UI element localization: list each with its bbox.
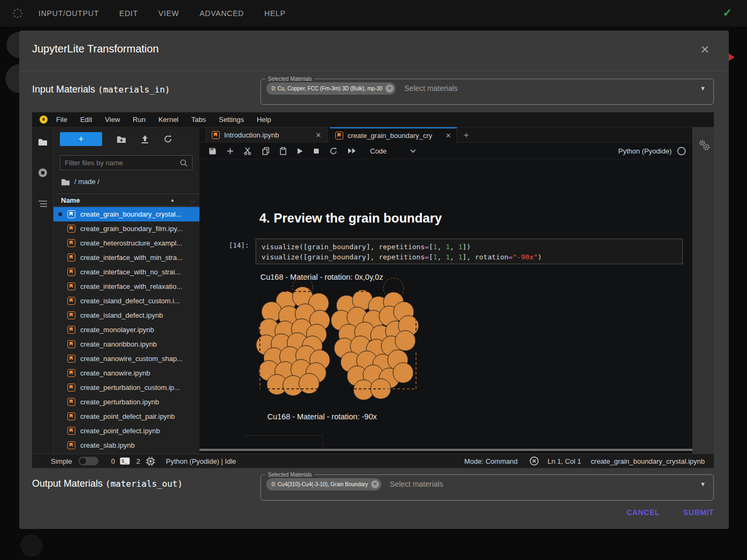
chevron-down-icon[interactable] (410, 149, 416, 153)
jp-menu-run[interactable]: Run (133, 116, 145, 124)
material-3d-viewer[interactable] (256, 289, 420, 402)
background-circle (20, 534, 43, 557)
file-row[interactable]: create_nanowire_custom_shap... (53, 351, 199, 366)
cancel-button[interactable]: CANCEL (627, 508, 660, 517)
tab-label: Introduction.ipynb (224, 131, 311, 139)
more-columns-icon[interactable]: … (190, 196, 196, 204)
property-inspector-gears-icon[interactable] (698, 139, 710, 151)
new-folder-icon[interactable] (117, 135, 126, 143)
check-icon[interactable]: ✓ (722, 6, 732, 19)
save-icon[interactable] (209, 147, 217, 155)
tab-close-icon[interactable]: ✕ (445, 132, 451, 140)
input-material-chip[interactable]: 0: Cu, Copper, FCC (Fm-3m) 3D (Bulk), mp… (266, 82, 396, 95)
add-cell-icon[interactable] (227, 148, 234, 155)
dialog-title: JupyterLite Transformation (32, 43, 159, 55)
input-select-placeholder[interactable]: Select materials (404, 84, 700, 93)
notebook-icon (67, 254, 75, 262)
file-row[interactable]: create_point_defect.ipynb (53, 424, 199, 438)
tab-introduction[interactable]: Introduction.ipynb ✕ (206, 127, 327, 143)
restart-kernel-icon[interactable] (329, 147, 337, 155)
restart-and-run-all-icon[interactable] (348, 148, 356, 154)
file-row[interactable]: create_grain_boundary_film.ipy... (53, 221, 199, 236)
file-row[interactable]: create_interface_with_no_strai... (53, 265, 199, 279)
stop-kernel-icon[interactable] (313, 148, 319, 154)
chevron-down-icon[interactable]: ▼ (700, 481, 706, 487)
jp-menu-settings[interactable]: Settings (219, 116, 244, 124)
new-launcher-button[interactable]: + (60, 132, 102, 146)
refresh-icon[interactable] (164, 135, 172, 143)
submit-button[interactable]: SUBMIT (683, 508, 714, 517)
terminals-count[interactable]: 0 (111, 457, 115, 465)
menu-help[interactable]: HELP (264, 9, 286, 18)
file-row[interactable]: create_interface_with_relaxatio... (53, 279, 199, 294)
table-of-contents-icon[interactable] (38, 200, 48, 208)
kernel-status-text[interactable]: Python (Pyodide) | Idle (166, 457, 236, 465)
jp-menu-view[interactable]: View (105, 116, 120, 124)
file-row[interactable]: create_monolayer.ipynb (53, 323, 199, 337)
home-folder-icon[interactable] (61, 178, 70, 186)
horizontal-scrollbar[interactable] (199, 449, 692, 451)
file-name: create_nanoribbon.ipynb (80, 340, 157, 348)
jp-menu-file[interactable]: File (56, 116, 67, 124)
file-row[interactable]: create_perturbation_custom.ip... (53, 380, 199, 395)
upload-icon[interactable] (141, 135, 149, 143)
kernels-count[interactable]: 2 (136, 457, 140, 465)
cut-cell-icon[interactable] (244, 147, 252, 155)
input-materials-code: (materials_in) (98, 85, 170, 95)
file-browser-icon[interactable] (38, 138, 48, 146)
file-row[interactable]: create_nanoribbon.ipynb (53, 337, 199, 351)
app-logo-dots-icon[interactable] (12, 7, 24, 19)
output-select-legend: Selected Materials (265, 472, 314, 478)
file-row[interactable]: create_island_defect.ipynb (53, 308, 199, 323)
chip-close-icon[interactable]: ✕ (371, 480, 379, 488)
close-icon[interactable]: ✕ (700, 44, 710, 55)
code-cell-editor[interactable]: visualize([grain_boundary], repetitions=… (256, 239, 683, 264)
running-kernels-icon[interactable] (38, 168, 48, 178)
file-row[interactable]: create_nanowire.ipynb (53, 366, 199, 380)
cell-type-select[interactable]: Code (370, 147, 387, 155)
output-select-placeholder[interactable]: Select materials (390, 480, 700, 488)
filter-files-input[interactable]: Filter files by name (60, 155, 192, 170)
chevron-down-icon[interactable]: ▼ (700, 85, 706, 91)
input-materials-select[interactable]: Selected Materials 0: Cu, Copper, FCC (F… (260, 76, 714, 105)
add-tab-button[interactable]: + (460, 128, 473, 142)
menu-advanced[interactable]: ADVANCED (199, 9, 244, 18)
kernel-name[interactable]: Python (Pyodide) (618, 147, 672, 155)
breadcrumb[interactable]: / made / (61, 178, 99, 186)
notebook-content[interactable]: 4. Preview the grain boundary [14]: visu… (199, 159, 692, 451)
sort-ascending-icon[interactable]: ▲ (170, 197, 175, 203)
menu-view[interactable]: VIEW (158, 9, 179, 18)
search-icon (180, 159, 188, 167)
copy-cell-icon[interactable] (262, 147, 269, 155)
jp-menu-tabs[interactable]: Tabs (191, 116, 206, 124)
file-list-header[interactable]: Name ▲ … (53, 194, 199, 206)
file-row[interactable]: create_interface_with_min_stra... (53, 250, 199, 265)
tab-create-grain-boundary[interactable]: create_grain_boundary_cry ✕ (330, 127, 457, 143)
dialog-footer: CANCEL SUBMIT (19, 496, 729, 529)
jp-menu-kernel[interactable]: Kernel (158, 116, 179, 124)
run-cell-icon[interactable] (297, 148, 303, 155)
file-row[interactable]: create_slab.ipynb (53, 438, 199, 452)
menu-input-output[interactable]: INPUT/OUTPUT (38, 9, 99, 18)
jp-menu-edit[interactable]: Edit (80, 116, 92, 124)
paste-cell-icon[interactable] (280, 147, 287, 155)
output-material-chip[interactable]: 0: Cu4(310)-Cu4(-3-10), Grain Boundary ✕ (266, 478, 381, 490)
kernel-status-icon[interactable] (677, 147, 686, 156)
name-column-header[interactable]: Name (61, 196, 170, 204)
file-row[interactable]: create_perturbation.ipynb (53, 395, 199, 409)
file-row[interactable]: create_heterostructure_exampl... (53, 236, 199, 250)
jp-menu-help[interactable]: Help (257, 116, 271, 124)
command-mode-indicator[interactable]: Mode: Command (464, 457, 518, 465)
notification-bell-icon[interactable] (529, 456, 539, 466)
flag-icon (729, 53, 735, 61)
cursor-position[interactable]: Ln 1, Col 1 (548, 457, 581, 465)
notebook-icon (67, 340, 75, 348)
file-row[interactable]: create_point_defect_pair.ipynb (53, 409, 199, 424)
simple-mode-toggle[interactable] (79, 457, 98, 465)
file-row[interactable]: create_island_defect_custom.i... (53, 294, 199, 308)
file-row[interactable]: create_grain_boundary_crystal... (53, 207, 199, 221)
chip-close-icon[interactable]: ✕ (386, 85, 394, 93)
tab-close-icon[interactable]: ✕ (315, 131, 321, 139)
menu-edit[interactable]: EDIT (119, 9, 138, 18)
kernel-running-dot (58, 212, 62, 216)
